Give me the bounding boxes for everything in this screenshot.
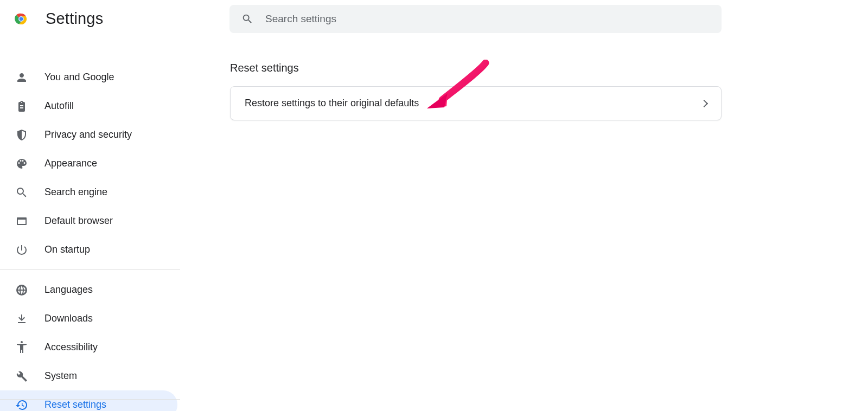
reset-card: Restore settings to their original defau… [230,86,722,120]
chevron-right-icon [700,99,708,107]
sidebar-item-default-browser[interactable]: Default browser [0,207,177,235]
sidebar-item-label: Search engine [44,187,107,198]
accessibility-icon [15,341,28,354]
sidebar-item-appearance[interactable]: Appearance [0,149,177,178]
window-icon [15,215,28,228]
sidebar-item-downloads[interactable]: Downloads [0,304,177,333]
sidebar-item-label: Default browser [44,215,113,227]
sidebar-item-label: Autofill [44,100,74,112]
sidebar-divider [0,269,180,270]
sidebar-item-autofill[interactable]: Autofill [0,92,177,120]
download-icon [15,312,28,325]
power-icon [15,243,28,256]
sidebar-item-label: Downloads [44,313,93,324]
sidebar-item-you-google[interactable]: You and Google [0,63,177,92]
header: Settings [0,0,868,28]
restore-defaults-label: Restore settings to their original defau… [245,98,419,109]
palette-icon [15,157,28,170]
chrome-logo-icon [13,11,29,27]
sidebar-item-label: Reset settings [44,399,106,410]
sidebar-item-label: Privacy and security [44,129,132,140]
sidebar-item-system[interactable]: System [0,362,177,390]
search-icon [15,186,28,199]
sidebar-item-reset[interactable]: Reset settings [0,390,177,411]
sidebar-item-languages[interactable]: Languages [0,275,177,304]
wrench-icon [15,370,28,383]
section-title: Reset settings [230,62,299,74]
sidebar-item-label: Appearance [44,158,97,169]
sidebar-item-search-engine[interactable]: Search engine [0,178,177,207]
globe-icon [15,284,28,297]
sidebar-item-label: Languages [44,284,93,296]
person-icon [15,71,28,84]
sidebar-item-startup[interactable]: On startup [0,235,177,264]
sidebar-item-label: You and Google [44,72,114,83]
sidebar: You and Google Autofill Privacy and secu… [0,33,180,411]
sidebar-bottom-divider [0,399,180,400]
shield-icon [15,129,28,142]
sidebar-item-label: On startup [44,244,90,255]
restore-defaults-row[interactable]: Restore settings to their original defau… [231,87,721,120]
page-title: Settings [46,10,103,28]
clipboard-icon [15,100,28,113]
sidebar-item-label: System [44,370,77,382]
sidebar-item-accessibility[interactable]: Accessibility [0,333,177,362]
sidebar-item-label: Accessibility [44,342,98,353]
history-icon [15,399,28,412]
sidebar-item-privacy[interactable]: Privacy and security [0,120,177,149]
